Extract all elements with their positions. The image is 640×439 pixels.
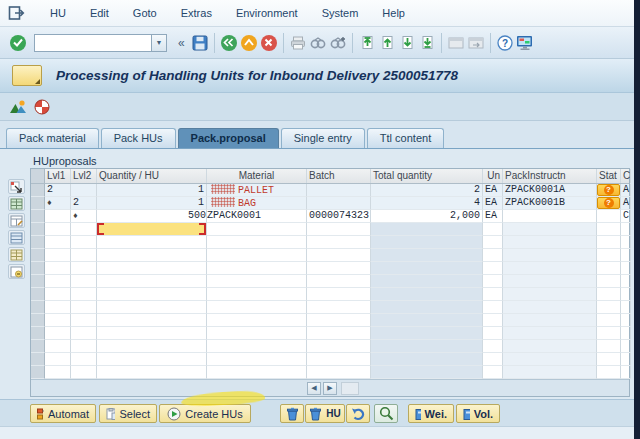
cell-lvl2[interactable]: 2: [71, 197, 97, 210]
cell-material[interactable]: PALLET: [207, 184, 307, 197]
cell-quantity[interactable]: 1: [97, 197, 207, 210]
col-un[interactable]: Un: [483, 169, 503, 183]
cell-packinstructn[interactable]: [503, 210, 597, 223]
hu-detail-icon[interactable]: [8, 179, 25, 194]
delete-hu-assignment-button[interactable]: HU: [305, 404, 345, 423]
row-selector[interactable]: [31, 223, 45, 236]
weight-button[interactable]: Wei.: [408, 404, 454, 423]
cell-lvl1[interactable]: [45, 210, 71, 223]
select-button[interactable]: Select: [99, 404, 157, 423]
cell-total-quantity[interactable]: 2: [371, 184, 483, 197]
cell-c[interactable]: A: [621, 197, 631, 210]
menu-help[interactable]: Help: [370, 4, 417, 22]
overview-icon[interactable]: [8, 96, 28, 118]
cell-lvl2[interactable]: ♦: [71, 210, 97, 223]
cell-lvl1[interactable]: ♦: [45, 197, 71, 210]
row-selector[interactable]: [31, 184, 45, 197]
cell-total-quantity[interactable]: [371, 223, 483, 236]
cell-batch[interactable]: [307, 223, 371, 236]
col-quantity-hu[interactable]: Quantity / HU: [97, 169, 207, 183]
cell-lvl1[interactable]: [45, 223, 71, 236]
cell-lvl1[interactable]: 2: [45, 184, 71, 197]
tab-ttl-content[interactable]: Ttl content: [367, 128, 444, 149]
row-selector[interactable]: [31, 197, 45, 210]
cell-un[interactable]: EA: [483, 184, 503, 197]
cell-material[interactable]: ZPACK0001: [207, 210, 307, 223]
volume-button[interactable]: Vol.: [456, 404, 500, 423]
automat-button[interactable]: Automat: [30, 404, 96, 423]
col-lvl2[interactable]: Lvl2: [71, 169, 97, 183]
tab-single-entry[interactable]: Single entry: [281, 128, 365, 149]
collapse-toolbar-button[interactable]: «: [173, 36, 190, 50]
allowed-pack-materials-icon[interactable]: [8, 230, 25, 245]
previous-page-icon[interactable]: [377, 32, 397, 54]
up-icon[interactable]: [239, 32, 259, 54]
command-field[interactable]: [34, 34, 152, 52]
cell-un[interactable]: EA: [483, 210, 503, 223]
tab-pack-proposal[interactable]: Pack.proposal: [178, 128, 279, 149]
print-icon[interactable]: [288, 32, 308, 54]
first-page-icon[interactable]: [357, 32, 377, 54]
cell-batch[interactable]: [307, 197, 371, 210]
cell-quantity[interactable]: 500: [97, 210, 207, 223]
scroll-left-icon[interactable]: ◀: [307, 382, 321, 395]
cell-packinstructn[interactable]: ZPACK0001A: [503, 184, 597, 197]
status-overview-icon[interactable]: [8, 264, 25, 279]
scrollbar-thumb[interactable]: [341, 382, 359, 395]
menu-extras[interactable]: Extras: [169, 4, 224, 22]
cell-c[interactable]: A: [621, 184, 631, 197]
cell-material[interactable]: [207, 223, 307, 236]
col-total-quantity[interactable]: Total quantity: [371, 169, 483, 183]
row-selector[interactable]: [31, 210, 45, 223]
general-header-data-icon[interactable]: [8, 213, 25, 228]
undo-button[interactable]: [346, 404, 370, 423]
enter-button[interactable]: [8, 32, 28, 54]
cell-packinstructn[interactable]: ZPACK0001B: [503, 197, 597, 210]
col-packinstructn[interactable]: PackInstructn: [503, 169, 597, 183]
tab-pack-material[interactable]: Pack material: [6, 128, 99, 149]
back-icon[interactable]: [219, 32, 239, 54]
scroll-right-icon[interactable]: ▶: [323, 382, 337, 395]
cell-material[interactable]: BAG: [207, 197, 307, 210]
layout-menu-icon[interactable]: [515, 32, 535, 54]
cell-lvl2[interactable]: [71, 184, 97, 197]
cell-c[interactable]: [621, 223, 631, 236]
selected-quantity-cell[interactable]: [97, 223, 207, 236]
status-question-icon[interactable]: ?: [597, 197, 620, 209]
sum-icon[interactable]: [8, 247, 25, 262]
table-row[interactable]: 2 1 PALLET 2 EA ZPACK0001A ? A: [31, 184, 629, 197]
wheel-status-icon[interactable]: [32, 96, 52, 118]
help-icon[interactable]: ?: [495, 32, 515, 54]
col-stat[interactable]: Stat: [597, 169, 621, 183]
cell-batch[interactable]: 0000074323: [307, 210, 371, 223]
create-shortcut-icon[interactable]: [466, 32, 486, 54]
table-row[interactable]: ♦ 2 1 BAG 4 EA ZPACK0001B ? A: [31, 197, 629, 210]
cell-un[interactable]: EA: [483, 197, 503, 210]
system-exit-icon[interactable]: [8, 5, 26, 21]
find-next-icon[interactable]: [328, 32, 348, 54]
cell-total-quantity[interactable]: 2,000: [371, 210, 483, 223]
table-entry-row[interactable]: [31, 223, 629, 236]
menu-environment[interactable]: Environment: [224, 4, 310, 22]
col-material[interactable]: Material: [207, 169, 307, 183]
menu-edit[interactable]: Edit: [78, 4, 121, 22]
save-icon[interactable]: [190, 32, 210, 54]
new-session-icon[interactable]: [446, 32, 466, 54]
cell-total-quantity[interactable]: 4: [371, 197, 483, 210]
col-c[interactable]: C: [621, 169, 631, 183]
exit-icon[interactable]: [259, 32, 279, 54]
tab-pack-hus[interactable]: Pack HUs: [101, 128, 176, 149]
command-dropdown-icon[interactable]: ▼: [152, 34, 167, 52]
delete-hu-button[interactable]: [280, 404, 304, 423]
table-row[interactable]: ♦ 500 ZPACK0001 0000074323 2,000 EA C: [31, 210, 629, 223]
cell-un[interactable]: [483, 223, 503, 236]
cell-batch[interactable]: [307, 184, 371, 197]
find-hu-button[interactable]: [374, 404, 398, 423]
cell-c[interactable]: C: [621, 210, 631, 223]
col-lvl1[interactable]: Lvl1: [45, 169, 71, 183]
next-page-icon[interactable]: [397, 32, 417, 54]
find-icon[interactable]: [308, 32, 328, 54]
menu-hu[interactable]: HU: [38, 4, 78, 22]
hu-contents-icon[interactable]: [8, 196, 25, 211]
create-hus-button[interactable]: Create HUs: [159, 404, 251, 423]
